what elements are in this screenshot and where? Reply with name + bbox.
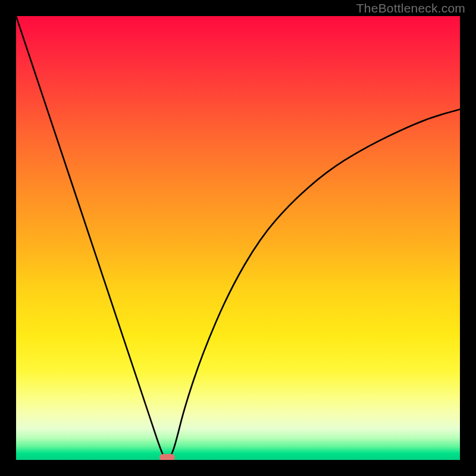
bottleneck-curve-line bbox=[16, 16, 460, 459]
optimal-point-marker bbox=[159, 454, 175, 460]
plot-area bbox=[16, 16, 460, 460]
chart-frame: TheBottleneck.com bbox=[0, 0, 476, 476]
bottleneck-curve-svg bbox=[16, 16, 460, 460]
watermark-text: TheBottleneck.com bbox=[356, 1, 465, 15]
